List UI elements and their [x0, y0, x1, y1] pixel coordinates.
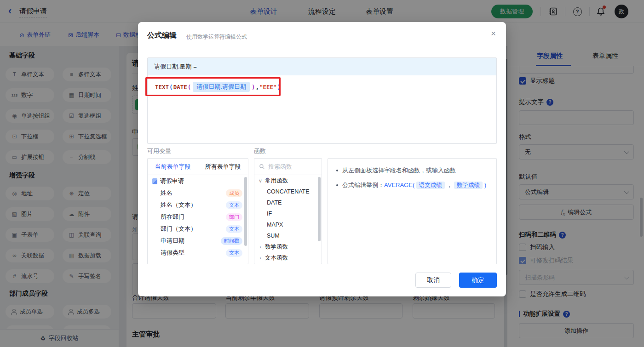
variables-panel: 当前表单字段 所有表单字段 请假申请 姓名成员 姓名（文本）文本 所在部门部门 …	[147, 158, 248, 264]
search-placeholder: 搜索函数	[268, 163, 292, 171]
type-badge: 时间戳	[221, 237, 242, 245]
formula-edit-modal: 公式编辑 使用数学运算符编辑公式 × 请假日期.星期 = TEXT(DATE(请…	[138, 22, 506, 296]
variables-label: 可用变量	[147, 147, 171, 155]
functions-panel: 搜索函数 ∨常用函数 CONCATENATE DATE IF MAPX SUM …	[254, 158, 322, 264]
tab-current-form-fields[interactable]: 当前表单字段	[148, 159, 198, 175]
bullet-icon	[336, 170, 338, 171]
tip-line-1: 从左侧面板选择字段名和函数，或输入函数	[336, 165, 488, 175]
function-item[interactable]: MAPX	[254, 219, 322, 230]
formula-expression[interactable]: TEXT(DATE(请假日期.请假日期),"EEE")	[155, 82, 281, 92]
functions-label: 函数	[254, 147, 266, 155]
variables-tabs: 当前表单字段 所有表单字段	[148, 159, 248, 175]
variable-row[interactable]: 申请日期时间戳	[148, 235, 248, 247]
confirm-button[interactable]: 确定	[459, 273, 497, 288]
function-group-math[interactable]: ›数学函数	[254, 241, 322, 252]
type-badge: 文本	[226, 249, 242, 257]
close-icon[interactable]: ×	[491, 28, 496, 39]
type-badge: 文本	[226, 201, 242, 209]
example-field-chip: 语文成绩	[416, 182, 445, 189]
bullet-icon	[336, 184, 338, 186]
function-item[interactable]: CONCATENATE	[254, 186, 322, 197]
field-token[interactable]: 请假日期.请假日期	[193, 82, 250, 92]
variable-row[interactable]: 所在部门部门	[148, 211, 248, 223]
function-group-text[interactable]: ›文本函数	[254, 252, 322, 263]
variable-row[interactable]: 姓名成员	[148, 187, 248, 199]
form-doc-icon	[152, 178, 157, 184]
functions-scrollbar-thumb[interactable]	[318, 177, 321, 241]
modal-title: 公式编辑	[147, 31, 177, 40]
type-badge: 部门	[226, 213, 242, 221]
type-badge: 文本	[226, 225, 242, 233]
search-icon	[259, 164, 265, 170]
formula-target: 请假日期.星期 =	[148, 58, 496, 75]
chevron-collapsed-icon: ›	[258, 255, 263, 261]
function-item[interactable]: SUM	[254, 230, 322, 241]
function-item[interactable]: DATE	[254, 197, 322, 208]
function-search[interactable]: 搜索函数	[254, 159, 322, 175]
chevron-collapsed-icon: ›	[258, 244, 263, 250]
variable-row[interactable]: 请假类型文本	[148, 247, 248, 259]
variable-row[interactable]: 姓名（文本）文本	[148, 199, 248, 211]
variable-row[interactable]: 部门（文本）文本	[148, 223, 248, 235]
tab-all-form-fields[interactable]: 所有表单字段	[198, 159, 248, 175]
function-item[interactable]: IF	[254, 208, 322, 219]
variable-tree-root[interactable]: 请假申请	[148, 175, 248, 187]
example-field-chip: 数学成绩	[454, 182, 483, 189]
tips-panel: 从左侧面板选择字段名和函数，或输入函数 公式编辑举例：AVERAGE( 语文成绩…	[328, 158, 497, 264]
type-badge: 成员	[226, 189, 242, 197]
variables-scrollbar-thumb[interactable]	[244, 177, 247, 246]
modal-subtitle: 使用数学运算符编辑公式	[186, 33, 247, 41]
formula-editor[interactable]: 请假日期.星期 = TEXT(DATE(请假日期.请假日期),"EEE")	[147, 57, 497, 144]
function-group-common[interactable]: ∨常用函数	[254, 175, 322, 186]
chevron-expanded-icon: ∨	[258, 178, 263, 184]
tip-line-2: 公式编辑举例：AVERAGE( 语文成绩 ， 数学成绩 )	[336, 180, 488, 190]
cancel-button[interactable]: 取消	[415, 273, 451, 288]
